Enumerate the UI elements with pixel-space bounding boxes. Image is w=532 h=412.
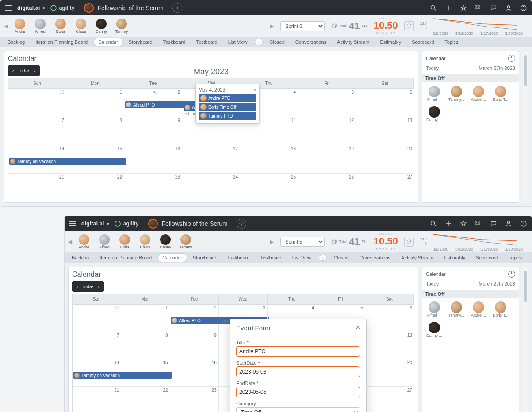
- puzzle-icon[interactable]: [475, 4, 482, 11]
- cal-cell[interactable]: 17: [182, 145, 240, 174]
- sprint-select[interactable]: Sprint 5: [280, 21, 325, 31]
- member-claus[interactable]: Claus: [136, 234, 154, 249]
- tab-activity-stream[interactable]: Activity Stream: [333, 38, 374, 46]
- tab-estimably[interactable]: Estimably: [375, 38, 406, 46]
- menu-icon[interactable]: [69, 221, 76, 226]
- tab-calendar[interactable]: Calendar: [158, 254, 187, 262]
- enddate-input[interactable]: [236, 387, 360, 397]
- gear-icon[interactable]: [237, 219, 246, 229]
- puzzle-icon[interactable]: [475, 220, 482, 227]
- cal-cell[interactable]: 18: [240, 145, 298, 174]
- tab-scorecard[interactable]: Scorecard: [471, 254, 502, 262]
- member-andre[interactable]: Andre: [75, 234, 93, 249]
- tab-conversations[interactable]: Conversations: [355, 254, 395, 262]
- cal-cell[interactable]: 9: [170, 332, 219, 359]
- popover-close-icon[interactable]: ×: [254, 87, 256, 92]
- gear-icon[interactable]: [172, 3, 182, 13]
- team-scroll-left-icon[interactable]: ◀: [3, 22, 8, 30]
- tab-closed[interactable]: Closed: [329, 254, 353, 262]
- timeoff-person[interactable]: Alfred ...: [426, 86, 443, 102]
- tab-collapse-icon[interactable]: ▵: [255, 39, 263, 45]
- cal-cell[interactable]: 30: [73, 305, 121, 332]
- member-alfred[interactable]: Alfred: [31, 19, 49, 34]
- title-input[interactable]: [236, 346, 360, 357]
- timeoff-person[interactable]: Danny ...: [426, 106, 443, 122]
- cal-cell[interactable]: 12: [298, 117, 356, 145]
- tab-iteration-planning[interactable]: Iteration Planning Board: [31, 38, 92, 46]
- cal-cell[interactable]: 27: [365, 387, 414, 412]
- tab-list-view[interactable]: List View: [288, 254, 316, 262]
- refresh-icon[interactable]: [404, 237, 414, 247]
- cal-next-button[interactable]: ›: [93, 281, 104, 292]
- tab-list-view[interactable]: List View: [224, 38, 252, 46]
- team-scroll-left-icon[interactable]: ◀: [67, 238, 73, 246]
- popover-event[interactable]: Boris Time Off: [199, 103, 256, 111]
- member-tammy[interactable]: Tammy: [113, 19, 130, 34]
- member-boris[interactable]: Boris: [52, 19, 69, 34]
- sprint-select[interactable]: Sprint 5: [280, 237, 325, 247]
- timeoff-person[interactable]: Tammy...: [448, 86, 465, 102]
- tab-backlog[interactable]: Backlog: [67, 254, 93, 262]
- tab-taskboard[interactable]: Taskboard: [159, 38, 190, 46]
- member-alfred[interactable]: Alfred: [96, 234, 113, 249]
- cal-cell[interactable]: 15: [121, 359, 170, 387]
- startdate-input[interactable]: [236, 366, 360, 377]
- team-scroll-right-icon[interactable]: ▶: [269, 22, 274, 30]
- member-danny[interactable]: Danny: [157, 234, 174, 249]
- user-icon[interactable]: [505, 220, 512, 227]
- cal-cell[interactable]: 16: [170, 359, 219, 387]
- chat-icon[interactable]: [490, 220, 497, 227]
- member-andre[interactable]: Andre: [11, 19, 29, 34]
- cal-cell[interactable]: 20: [356, 145, 414, 174]
- clock-icon[interactable]: [508, 55, 515, 62]
- modal-close-icon[interactable]: ×: [356, 324, 360, 332]
- star-icon[interactable]: [460, 220, 467, 227]
- cal-cell[interactable]: 16: [124, 145, 182, 174]
- tab-conversations[interactable]: Conversations: [291, 38, 331, 46]
- team-scroll-right-icon[interactable]: ▶: [269, 238, 274, 246]
- cal-cell[interactable]: 23: [170, 387, 219, 412]
- chat-icon[interactable]: [490, 4, 497, 11]
- category-select[interactable]: Time Off: [236, 407, 360, 412]
- cal-cell[interactable]: 22: [66, 174, 124, 202]
- cal-cell[interactable]: 21: [8, 174, 66, 202]
- cal-cell[interactable]: 30: [8, 89, 66, 117]
- timeoff-person[interactable]: Alfred ...: [426, 301, 443, 317]
- cal-cell[interactable]: 24: [182, 174, 240, 202]
- tab-testboard[interactable]: Testboard: [256, 254, 286, 262]
- cal-cell[interactable]: 8: [121, 332, 170, 359]
- scrollbar[interactable]: [523, 267, 528, 412]
- timeoff-person[interactable]: Tammy...: [448, 301, 465, 317]
- cal-cell[interactable]: 25: [240, 174, 298, 202]
- cal-cell[interactable]: 5: [298, 89, 356, 117]
- cal-cell[interactable]: 9: [124, 117, 182, 145]
- tab-testboard[interactable]: Testboard: [191, 38, 222, 46]
- cal-cell[interactable]: 1: [121, 305, 170, 332]
- tab-calendar[interactable]: Calendar: [94, 38, 122, 46]
- tab-closed[interactable]: Closed: [265, 38, 289, 46]
- cal-cell[interactable]: 26: [298, 174, 356, 202]
- menu-icon[interactable]: [5, 5, 12, 11]
- popover-event[interactable]: Tammy PTO: [199, 112, 256, 120]
- popover-event[interactable]: Andre PTO: [199, 94, 256, 102]
- cal-cell[interactable]: 2 ↖ Alfred PTO: [124, 89, 182, 117]
- clock-icon[interactable]: [508, 271, 515, 278]
- member-danny[interactable]: Danny: [92, 19, 110, 34]
- plus-icon[interactable]: [445, 4, 452, 11]
- help-icon[interactable]: [520, 4, 527, 11]
- cal-next-button[interactable]: ›: [29, 65, 40, 76]
- cal-cell[interactable]: 13: [356, 117, 414, 145]
- cal-cell[interactable]: 19: [298, 145, 356, 174]
- cal-cell[interactable]: 23: [124, 174, 182, 202]
- tab-collapse-icon[interactable]: ▵: [319, 255, 327, 261]
- cal-today-button[interactable]: Today: [83, 281, 93, 292]
- cal-cell[interactable]: 1: [66, 89, 124, 117]
- timeoff-person[interactable]: Andre ...: [470, 86, 487, 102]
- star-icon[interactable]: [460, 4, 467, 11]
- tab-scorecard[interactable]: Scorecard: [407, 38, 438, 46]
- tab-activity-stream[interactable]: Activity Stream: [397, 254, 438, 262]
- tab-storyboard[interactable]: Storyboard: [124, 38, 157, 46]
- cal-cell[interactable]: 6: [365, 305, 414, 332]
- timeoff-person[interactable]: Danny ...: [426, 322, 443, 338]
- member-tammy[interactable]: Tammy: [177, 234, 195, 249]
